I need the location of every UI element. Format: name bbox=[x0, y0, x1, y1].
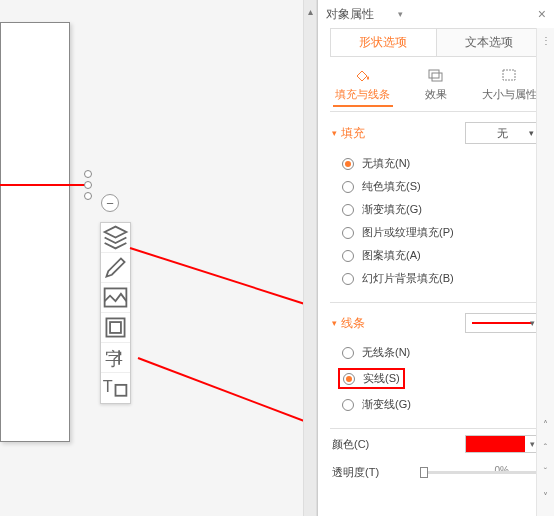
section-fill[interactable]: ▾ 填充 无 bbox=[332, 122, 540, 144]
fill-type-dropdown[interactable]: 无 bbox=[465, 122, 540, 144]
text-icon[interactable]: 字 bbox=[101, 343, 130, 373]
chevron-down-icon[interactable]: ˇ bbox=[537, 460, 554, 484]
radio-solid-line[interactable]: 实线(S) bbox=[342, 364, 540, 393]
line-style-dropdown[interactable] bbox=[465, 313, 540, 333]
radio-gradient-line[interactable]: 渐变线(G) bbox=[342, 393, 540, 416]
tab-text-options[interactable]: 文本选项 bbox=[436, 29, 542, 56]
close-icon[interactable]: × bbox=[538, 6, 546, 22]
resize-handle[interactable] bbox=[84, 170, 92, 178]
properties-panel: 对象属性 ▾ × 形状选项 文本选项 填充与线条 效果 大小与属性 ▾ 填充 无 bbox=[317, 0, 554, 516]
canvas-area: − 字 T bbox=[0, 0, 303, 516]
panel-side-strip: ⋮ ˄ ˆ ˇ ˅ bbox=[536, 28, 554, 516]
panel-title: 对象属性 bbox=[326, 6, 374, 23]
layers-icon[interactable] bbox=[101, 223, 130, 253]
shape-line[interactable] bbox=[0, 184, 88, 186]
svg-line-6 bbox=[130, 248, 317, 344]
svg-text:T: T bbox=[103, 377, 113, 395]
row-color: 颜色(C) bbox=[318, 429, 554, 459]
edit-icon[interactable] bbox=[101, 253, 130, 283]
scroll-up-icon[interactable]: ▴ bbox=[304, 0, 316, 22]
radio-no-fill[interactable]: 无填充(N) bbox=[342, 152, 540, 175]
chevron-up-icon[interactable]: ˄ bbox=[537, 412, 554, 436]
chevron-up-icon[interactable]: ˆ bbox=[537, 436, 554, 460]
resize-handle[interactable] bbox=[84, 192, 92, 200]
subtab-size[interactable]: 大小与属性 bbox=[479, 67, 539, 107]
radio-solid-fill[interactable]: 纯色填充(S) bbox=[342, 175, 540, 198]
radio-slidebg-fill[interactable]: 幻灯片背景填充(B) bbox=[342, 267, 540, 290]
color-picker[interactable] bbox=[465, 435, 540, 453]
radio-gradient-fill[interactable]: 渐变填充(G) bbox=[342, 198, 540, 221]
svg-rect-2 bbox=[110, 322, 121, 333]
radio-picture-fill[interactable]: 图片或纹理填充(P) bbox=[342, 221, 540, 244]
subtab-effect[interactable]: 效果 bbox=[406, 67, 466, 107]
resize-handle[interactable] bbox=[84, 181, 92, 189]
svg-rect-8 bbox=[429, 70, 439, 78]
tab-shape-options[interactable]: 形状选项 bbox=[331, 29, 436, 56]
collapse-button[interactable]: − bbox=[101, 194, 119, 212]
radio-pattern-fill[interactable]: 图案填充(A) bbox=[342, 244, 540, 267]
main-tabs: 形状选项 文本选项 bbox=[330, 28, 542, 57]
chevron-icon[interactable]: ⋮ bbox=[537, 28, 554, 52]
svg-rect-9 bbox=[432, 73, 442, 81]
textbox-icon[interactable]: T bbox=[101, 373, 130, 403]
slide[interactable] bbox=[0, 22, 70, 442]
image-icon[interactable] bbox=[101, 283, 130, 313]
svg-rect-10 bbox=[503, 70, 515, 80]
svg-rect-5 bbox=[116, 384, 127, 395]
triangle-down-icon: ▾ bbox=[332, 128, 337, 138]
subtab-fill-line[interactable]: 填充与线条 bbox=[333, 67, 393, 107]
vertical-scrollbar[interactable]: ▴ bbox=[303, 0, 317, 516]
floating-toolbar: 字 T bbox=[100, 222, 131, 404]
chevron-down-icon[interactable]: ˅ bbox=[537, 484, 554, 508]
dropdown-icon[interactable]: ▾ bbox=[398, 9, 403, 19]
crop-icon[interactable] bbox=[101, 313, 130, 343]
svg-line-7 bbox=[138, 358, 317, 463]
subtabs: 填充与线条 效果 大小与属性 bbox=[326, 67, 546, 107]
radio-no-line[interactable]: 无线条(N) bbox=[342, 341, 540, 364]
triangle-down-icon: ▾ bbox=[332, 318, 337, 328]
opacity-slider[interactable] bbox=[420, 471, 540, 474]
section-line[interactable]: ▾ 线条 bbox=[332, 313, 540, 333]
